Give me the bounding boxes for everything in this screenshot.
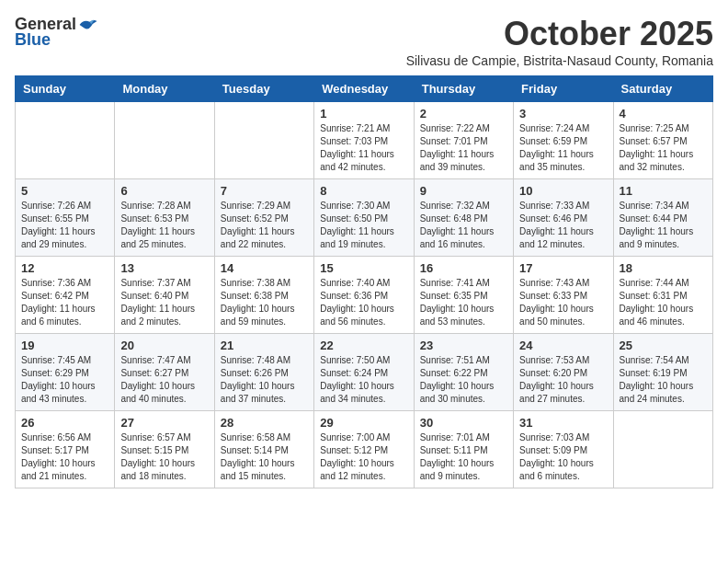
weekday-header-row: SundayMondayTuesdayWednesdayThursdayFrid… [16,76,713,102]
day-info: Sunrise: 7:01 AM Sunset: 5:11 PM Dayligh… [420,431,507,483]
day-info: Sunrise: 7:50 AM Sunset: 6:24 PM Dayligh… [320,354,407,406]
calendar-cell: 5Sunrise: 7:26 AM Sunset: 6:55 PM Daylig… [16,179,115,257]
calendar-cell: 13Sunrise: 7:37 AM Sunset: 6:40 PM Dayli… [115,257,214,334]
calendar-cell: 4Sunrise: 7:25 AM Sunset: 6:57 PM Daylig… [613,102,712,179]
day-info: Sunrise: 7:00 AM Sunset: 5:12 PM Dayligh… [320,431,407,483]
calendar-cell [613,411,712,488]
day-number: 6 [120,184,208,198]
calendar-cell: 23Sunrise: 7:51 AM Sunset: 6:22 PM Dayli… [414,334,513,411]
day-info: Sunrise: 7:40 AM Sunset: 6:36 PM Dayligh… [320,277,407,328]
day-number: 12 [21,261,108,275]
page-header: General Blue October 2025 Silivasu de Ca… [15,15,713,68]
calendar-cell: 24Sunrise: 7:53 AM Sunset: 6:20 PM Dayli… [514,334,613,411]
day-info: Sunrise: 7:26 AM Sunset: 6:55 PM Dayligh… [21,200,108,251]
calendar-cell: 3Sunrise: 7:24 AM Sunset: 6:59 PM Daylig… [514,102,613,179]
calendar-cell: 11Sunrise: 7:34 AM Sunset: 6:44 PM Dayli… [613,179,712,257]
day-info: Sunrise: 7:53 AM Sunset: 6:20 PM Dayligh… [519,354,607,406]
day-info: Sunrise: 7:25 AM Sunset: 6:57 PM Dayligh… [620,122,707,174]
day-info: Sunrise: 7:33 AM Sunset: 6:46 PM Dayligh… [519,200,607,251]
calendar-week-4: 19Sunrise: 7:45 AM Sunset: 6:29 PM Dayli… [16,334,713,411]
calendar-week-1: 1Sunrise: 7:21 AM Sunset: 7:03 PM Daylig… [16,102,713,179]
calendar-cell: 19Sunrise: 7:45 AM Sunset: 6:29 PM Dayli… [16,334,115,411]
day-number: 23 [420,339,507,352]
day-number: 21 [221,339,308,352]
calendar-week-2: 5Sunrise: 7:26 AM Sunset: 6:55 PM Daylig… [16,179,713,257]
day-info: Sunrise: 7:54 AM Sunset: 6:19 PM Dayligh… [620,354,707,406]
logo-blue-text: Blue [15,30,51,50]
location-text: Silivasu de Campie, Bistrita-Nasaud Coun… [406,53,713,68]
calendar-cell: 6Sunrise: 7:28 AM Sunset: 6:53 PM Daylig… [115,179,214,257]
calendar-cell: 27Sunrise: 6:57 AM Sunset: 5:15 PM Dayli… [115,411,214,488]
day-number: 2 [420,107,507,121]
calendar-cell: 20Sunrise: 7:47 AM Sunset: 6:27 PM Dayli… [115,334,214,411]
day-number: 29 [320,416,407,430]
day-number: 4 [620,107,707,121]
day-info: Sunrise: 6:58 AM Sunset: 5:14 PM Dayligh… [221,431,308,483]
calendar-cell: 9Sunrise: 7:32 AM Sunset: 6:48 PM Daylig… [414,179,513,257]
day-number: 1 [320,107,407,121]
calendar-week-5: 26Sunrise: 6:56 AM Sunset: 5:17 PM Dayli… [16,411,713,488]
weekday-header-wednesday: Wednesday [314,76,414,102]
day-number: 25 [620,339,707,352]
calendar-cell: 29Sunrise: 7:00 AM Sunset: 5:12 PM Dayli… [314,411,414,488]
day-info: Sunrise: 7:44 AM Sunset: 6:31 PM Dayligh… [620,277,707,328]
day-info: Sunrise: 7:36 AM Sunset: 6:42 PM Dayligh… [21,277,108,328]
day-number: 31 [519,416,607,430]
day-number: 5 [21,184,108,198]
day-number: 7 [221,184,308,198]
month-title: October 2025 [406,15,713,53]
day-number: 17 [519,261,607,275]
day-info: Sunrise: 7:29 AM Sunset: 6:52 PM Dayligh… [221,200,308,251]
day-number: 13 [120,261,208,275]
logo: General Blue [15,15,98,50]
day-info: Sunrise: 7:43 AM Sunset: 6:33 PM Dayligh… [519,277,607,328]
day-number: 28 [221,416,308,430]
calendar-cell: 31Sunrise: 7:03 AM Sunset: 5:09 PM Dayli… [514,411,613,488]
day-info: Sunrise: 7:03 AM Sunset: 5:09 PM Dayligh… [519,431,607,483]
calendar-cell: 8Sunrise: 7:30 AM Sunset: 6:50 PM Daylig… [314,179,414,257]
day-info: Sunrise: 7:41 AM Sunset: 6:35 PM Dayligh… [420,277,507,328]
calendar-cell: 15Sunrise: 7:40 AM Sunset: 6:36 PM Dayli… [314,257,414,334]
day-number: 8 [320,184,407,198]
calendar-cell: 12Sunrise: 7:36 AM Sunset: 6:42 PM Dayli… [16,257,115,334]
calendar-cell [214,102,313,179]
day-info: Sunrise: 7:45 AM Sunset: 6:29 PM Dayligh… [21,354,108,406]
day-info: Sunrise: 7:32 AM Sunset: 6:48 PM Dayligh… [420,200,507,251]
day-number: 10 [519,184,607,198]
day-info: Sunrise: 7:28 AM Sunset: 6:53 PM Dayligh… [120,200,208,251]
weekday-header-saturday: Saturday [613,76,712,102]
day-number: 3 [519,107,607,121]
day-number: 19 [21,339,108,352]
calendar-cell [115,102,214,179]
calendar-week-3: 12Sunrise: 7:36 AM Sunset: 6:42 PM Dayli… [16,257,713,334]
day-info: Sunrise: 7:38 AM Sunset: 6:38 PM Dayligh… [221,277,308,328]
logo-bird-icon [78,17,98,33]
calendar-cell: 28Sunrise: 6:58 AM Sunset: 5:14 PM Dayli… [214,411,313,488]
calendar-cell: 10Sunrise: 7:33 AM Sunset: 6:46 PM Dayli… [514,179,613,257]
weekday-header-thursday: Thursday [414,76,513,102]
day-info: Sunrise: 7:37 AM Sunset: 6:40 PM Dayligh… [120,277,208,328]
calendar-cell [16,102,115,179]
day-number: 20 [120,339,208,352]
calendar-cell: 21Sunrise: 7:48 AM Sunset: 6:26 PM Dayli… [214,334,313,411]
calendar-cell: 18Sunrise: 7:44 AM Sunset: 6:31 PM Dayli… [613,257,712,334]
calendar-cell: 30Sunrise: 7:01 AM Sunset: 5:11 PM Dayli… [414,411,513,488]
day-info: Sunrise: 7:47 AM Sunset: 6:27 PM Dayligh… [120,354,208,406]
day-info: Sunrise: 7:22 AM Sunset: 7:01 PM Dayligh… [420,122,507,174]
day-number: 15 [320,261,407,275]
day-info: Sunrise: 6:56 AM Sunset: 5:17 PM Dayligh… [21,431,108,483]
calendar-cell: 1Sunrise: 7:21 AM Sunset: 7:03 PM Daylig… [314,102,414,179]
day-info: Sunrise: 7:30 AM Sunset: 6:50 PM Dayligh… [320,200,407,251]
calendar-cell: 17Sunrise: 7:43 AM Sunset: 6:33 PM Dayli… [514,257,613,334]
weekday-header-monday: Monday [115,76,214,102]
weekday-header-sunday: Sunday [16,76,115,102]
day-info: Sunrise: 7:34 AM Sunset: 6:44 PM Dayligh… [620,200,707,251]
day-number: 18 [620,261,707,275]
day-info: Sunrise: 7:51 AM Sunset: 6:22 PM Dayligh… [420,354,507,406]
day-number: 11 [620,184,707,198]
calendar-cell: 16Sunrise: 7:41 AM Sunset: 6:35 PM Dayli… [414,257,513,334]
calendar-table: SundayMondayTuesdayWednesdayThursdayFrid… [15,75,713,488]
day-info: Sunrise: 7:21 AM Sunset: 7:03 PM Dayligh… [320,122,407,174]
day-info: Sunrise: 7:48 AM Sunset: 6:26 PM Dayligh… [221,354,308,406]
calendar-cell: 7Sunrise: 7:29 AM Sunset: 6:52 PM Daylig… [214,179,313,257]
